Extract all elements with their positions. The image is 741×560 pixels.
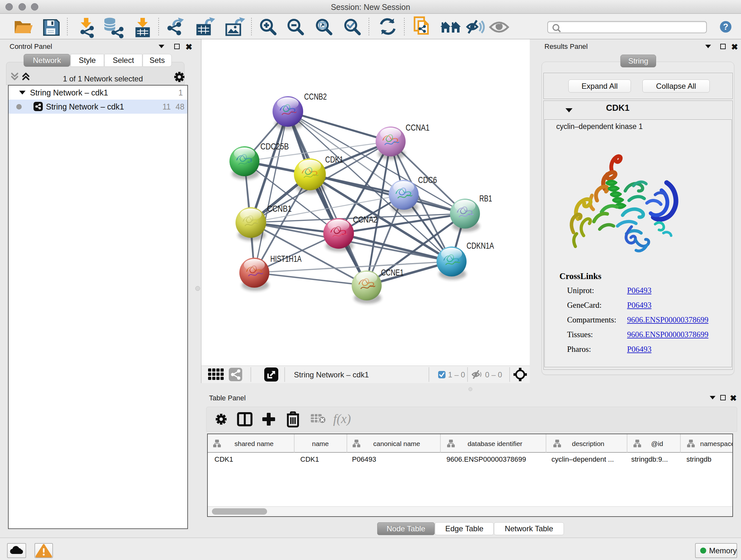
svg-text:CDC25B: CDC25B: [260, 141, 289, 151]
svg-text:CDKN1A: CDKN1A: [467, 241, 494, 251]
svg-text:RB1: RB1: [479, 193, 492, 203]
svg-text:1 – 0: 1 – 0: [448, 370, 465, 379]
svg-text:namespace: namespace: [700, 440, 732, 447]
svg-text:CCNE1: CCNE1: [381, 267, 404, 277]
svg-text:0 – 0: 0 – 0: [485, 370, 502, 379]
svg-text:CCNB1: CCNB1: [267, 204, 292, 213]
svg-text:f(x): f(x): [333, 412, 351, 426]
svg-text:shared name: shared name: [234, 440, 274, 447]
svg-text:CCNA2: CCNA2: [353, 214, 378, 225]
svg-text:@id: @id: [651, 440, 663, 447]
svg-text:CCNA1: CCNA1: [406, 123, 429, 132]
svg-text:canonical name: canonical name: [373, 440, 420, 447]
svg-text:CCNB2: CCNB2: [304, 91, 327, 102]
svg-text:name: name: [312, 440, 329, 447]
svg-text:CDC6: CDC6: [418, 175, 437, 185]
svg-text:description: description: [572, 440, 604, 447]
svg-text:CDK1: CDK1: [325, 154, 343, 165]
svg-text:HIST1H1A: HIST1H1A: [270, 254, 301, 264]
svg-text:String Network – cdk1: String Network – cdk1: [294, 370, 369, 379]
svg-text:database identifier: database identifier: [468, 440, 522, 447]
svg-text:?: ?: [723, 22, 729, 32]
